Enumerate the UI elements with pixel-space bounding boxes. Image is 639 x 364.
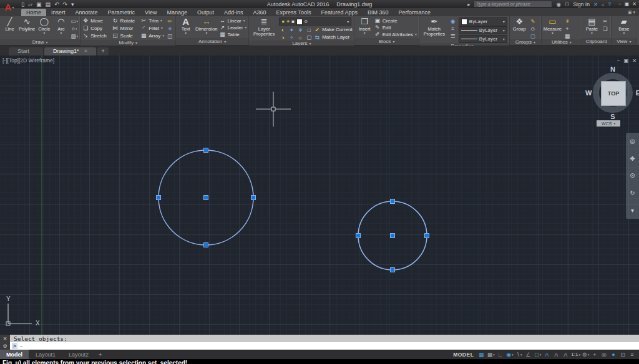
tab-performance[interactable]: Performance	[393, 9, 436, 16]
isodraft-icon[interactable]: ∖▾	[515, 351, 523, 358]
tab-addins[interactable]: Add-ins	[219, 9, 248, 16]
clean-screen-icon[interactable]: ⊡	[619, 351, 627, 358]
annotation-panel-label[interactable]: Annotation▾	[176, 38, 248, 45]
match-properties-tool[interactable]: ✒ Match Properties	[421, 17, 447, 37]
tab-express-tools[interactable]: Express Tools	[271, 9, 316, 16]
application-menu-button[interactable]: A ▾	[1, 0, 17, 14]
layer-lockfade-icon[interactable]: ▢	[305, 34, 313, 41]
tab-a360[interactable]: A360	[248, 9, 271, 16]
hatch-tool[interactable]: ▨▾	[71, 32, 78, 39]
cut-icon[interactable]: ✂	[602, 17, 609, 24]
isolate-objects-icon[interactable]: ◎	[600, 351, 608, 358]
make-current-tool[interactable]: ✔ Make Current	[314, 27, 352, 33]
undo-icon[interactable]: ↶	[54, 1, 59, 7]
filetab-start[interactable]: Start	[9, 47, 43, 55]
dimension-tool[interactable]: ↔ Dimension ▾	[195, 17, 217, 35]
polyline-tool[interactable]: ∿ Polyline	[19, 17, 35, 35]
array-tool[interactable]: ▦ Array ▾	[140, 32, 164, 39]
utilities-panel-label[interactable]: Utilities▾	[542, 39, 582, 45]
filetab-drawing1[interactable]: Drawing1* ✕	[44, 47, 96, 55]
scale-tool[interactable]: ◱ Scale	[112, 32, 137, 39]
line-tool[interactable]: ╱ Line	[2, 17, 17, 35]
minimize-button[interactable]: −	[618, 1, 622, 7]
workspace-switching-icon[interactable]: ⚙▾	[582, 351, 590, 358]
layout2-tab[interactable]: Layout2	[62, 350, 95, 360]
close-button[interactable]: ✕	[632, 1, 637, 7]
rotate-tool[interactable]: ↻ Rotate	[112, 17, 137, 24]
new-drawing-tab-button[interactable]: +	[97, 47, 108, 55]
viewport-controls-label[interactable]: [-][Top][2D Wireframe]	[2, 57, 54, 64]
wcs-button[interactable]: WCS ▾	[597, 120, 620, 127]
tab-output[interactable]: Output	[192, 9, 219, 16]
annotation-scale-value[interactable]: 1:1▾	[571, 351, 580, 358]
circle-tool[interactable]: ◯ Circle ▾	[36, 17, 52, 35]
tab-featured-apps[interactable]: Featured Apps	[316, 9, 363, 16]
arc-tool[interactable]: ◠ Arc ▾	[53, 17, 69, 35]
new-icon[interactable]: ▯	[21, 1, 24, 7]
ortho-icon[interactable]: ∟	[496, 351, 504, 358]
snap-icon[interactable]: ▩▾	[487, 351, 495, 358]
copy-clip-icon[interactable]: ❏	[602, 25, 609, 32]
leader-tool[interactable]: ↗ Leader ▾	[220, 24, 247, 31]
autodesk-app-icon[interactable]: ▵	[602, 1, 604, 7]
tab-annotate[interactable]: Annotate	[71, 9, 103, 16]
paste-tool[interactable]: ▤ Paste ▾	[584, 17, 600, 35]
layer-properties-tool[interactable]: ≣ Layer Properties	[251, 17, 277, 37]
viewcube-north[interactable]: N	[610, 65, 615, 73]
lineweight-icon[interactable]: ≡	[449, 25, 457, 32]
copy-tool[interactable]: ❏ Copy	[82, 25, 108, 31]
create-block-tool[interactable]: ▣ Create	[374, 17, 417, 24]
object-snap-icon[interactable]: ◻▾	[534, 351, 542, 358]
linetype-icon[interactable]: ☰	[449, 32, 457, 39]
ungroup-icon[interactable]: ◇	[529, 25, 537, 32]
group-selection-icon[interactable]: ▢	[529, 32, 537, 39]
insert-block-tool[interactable]: ❒ Insert ▾	[357, 17, 373, 35]
layer-unlock-icon[interactable]: □	[305, 26, 313, 33]
stretch-tool[interactable]: ↘ Stretch	[82, 32, 108, 39]
redo-icon[interactable]: ↷	[62, 1, 67, 7]
tab-home[interactable]: Home	[21, 9, 46, 16]
measure-tool[interactable]: ▭ Measure ▾	[544, 17, 562, 35]
search-arrow-icon[interactable]: ▸	[467, 1, 470, 7]
viewcube-top-face[interactable]: TOP	[601, 81, 626, 106]
autoscale-icon[interactable]: A	[552, 351, 560, 358]
viewcube-west[interactable]: W	[585, 89, 592, 97]
new-layout-button[interactable]: +	[95, 352, 105, 358]
command-close-icon[interactable]: ✕	[3, 336, 7, 342]
qat-customize-icon[interactable]: ▾	[71, 1, 74, 7]
ellipse-tool[interactable]: ○▾	[71, 25, 78, 32]
layer-unisolate-icon[interactable]: ✧	[288, 34, 295, 41]
open-icon[interactable]: ▱	[28, 1, 32, 7]
grid-icon[interactable]: ▦	[477, 351, 485, 358]
groups-panel-label[interactable]: Groups▾	[510, 39, 541, 45]
group-tool[interactable]: ❖ Group	[512, 17, 527, 32]
quick-calc-icon[interactable]: ▦	[563, 32, 571, 39]
search-binoculars-icon[interactable]: ◉	[556, 1, 560, 7]
viewcube-east[interactable]: E	[636, 89, 639, 97]
search-input[interactable]: Type a keyword or phrase	[474, 1, 552, 7]
layout1-tab[interactable]: Layout1	[29, 350, 62, 360]
viewport-minimize-icon[interactable]: −	[617, 58, 620, 64]
tab-insert[interactable]: Insert	[46, 9, 71, 16]
match-layer-tool[interactable]: ⇆ Match Layer	[314, 34, 349, 41]
polar-tracking-icon[interactable]: ◉▾	[505, 351, 514, 358]
model-tab[interactable]: Model	[0, 350, 29, 360]
tab-close-icon[interactable]: ✕	[84, 49, 88, 54]
linetype-dropdown[interactable]: ByLayer ▾	[459, 35, 507, 43]
fillet-tool[interactable]: ◜ Fillet ▾	[140, 25, 164, 31]
sign-in-button[interactable]: Sign In	[573, 1, 589, 7]
tab-parametric[interactable]: Parametric	[103, 9, 140, 16]
object-color-dropdown[interactable]: ByLayer ▾	[459, 17, 507, 26]
command-input[interactable]: > -	[10, 342, 639, 350]
move-tool[interactable]: ✥ Move	[82, 17, 108, 24]
layer-onoff-icon[interactable]: ◑	[279, 34, 286, 41]
text-tool[interactable]: A Text ▾	[178, 17, 193, 35]
graphics-performance-icon[interactable]: ●	[610, 351, 618, 358]
layer-dropdown[interactable]: ●☀■ 0 ▾	[279, 17, 351, 26]
osnap-tracking-icon[interactable]: ∠	[524, 351, 532, 358]
plot-icon[interactable]: ▤	[45, 1, 51, 7]
layer-freeze-icon[interactable]: ❄	[296, 26, 304, 33]
color-wheel-icon[interactable]: ◉	[449, 17, 457, 24]
lineweight-dropdown[interactable]: ByLayer ▾	[459, 26, 507, 34]
erase-tool[interactable]: ✏	[166, 17, 173, 24]
